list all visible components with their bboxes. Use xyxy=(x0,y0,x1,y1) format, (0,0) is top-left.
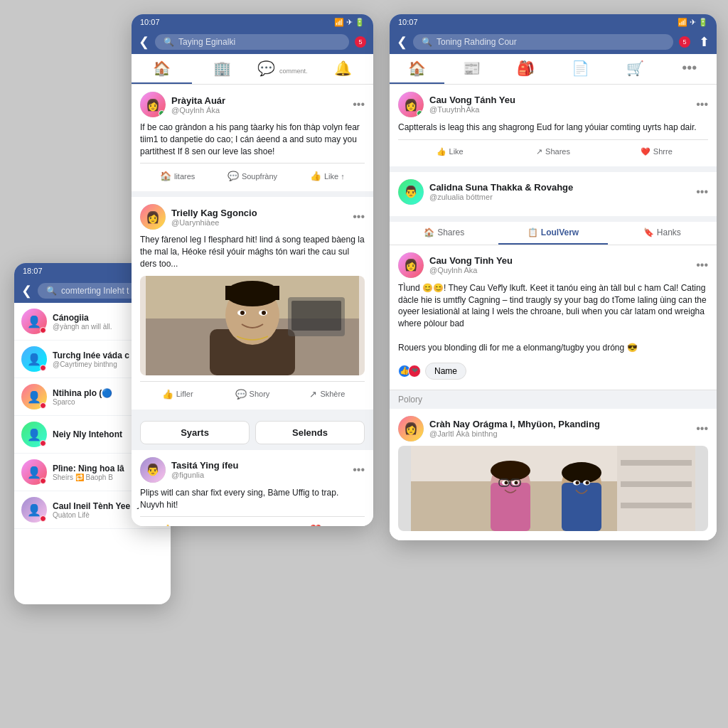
post-1-handle: @Quylnh Áka xyxy=(171,106,347,114)
tab-doc-2[interactable]: 📄 xyxy=(553,54,608,84)
phone2-scroll: 👩 Cau Vong Tánh Yeu @Tuuytnh̀Aka ••• Cap… xyxy=(390,85,717,540)
litares-icon: 🏠 xyxy=(160,171,171,181)
svg-rect-6 xyxy=(225,286,279,300)
tab-more-2[interactable]: ••• xyxy=(662,54,717,84)
list-item-avatar-2: 👤 xyxy=(21,384,47,410)
post-2-action-shory[interactable]: 💬 Shory xyxy=(215,386,289,402)
post-tasita-name: Tasitá Ying ífeu xyxy=(171,460,347,471)
like-icon-1: 👍 xyxy=(310,171,321,181)
tab-bag-2[interactable]: 🎒 xyxy=(498,54,553,84)
post-2-more[interactable]: ••• xyxy=(353,210,365,223)
phone2-p4-handle: @Jarltl Àkà binthng xyxy=(429,429,690,438)
phone2-header: ❮ 🔍 5 ⬆ xyxy=(390,30,717,54)
skhare-icon: ↗ xyxy=(309,389,317,400)
phone2-p3-more[interactable]: ••• xyxy=(696,259,708,272)
post-2-action-skhare[interactable]: ↗ Skhère xyxy=(290,386,365,402)
tab-shares-2[interactable]: 🏠 Shares xyxy=(390,222,498,245)
post-2-actions: 👍 Lifler 💬 Shory ↗ Skhère xyxy=(140,381,365,402)
list-item-badge-4 xyxy=(40,478,46,484)
upload-icon-2[interactable]: ⬆ xyxy=(699,34,710,50)
phone2-post-1-avatar: 👩 xyxy=(398,92,424,117)
post-1-action-like[interactable]: 👍 Like ↑ xyxy=(290,168,365,184)
phone2-p2-more[interactable]: ••• xyxy=(696,186,708,198)
phone2-p4-more[interactable]: ••• xyxy=(696,422,708,435)
post-1-user-info: Pràyita Auár @Quylnh Áka xyxy=(171,95,347,114)
likes-icon-t: 👍 xyxy=(161,524,173,526)
post-1-action-litares[interactable]: 🏠 litares xyxy=(140,168,215,184)
post-tasita-action-phore[interactable]: ❤️ Phore xyxy=(290,521,365,526)
tab-shop-2[interactable]: 🛒 xyxy=(608,54,663,84)
post-1-avatar: 👩 xyxy=(140,92,166,117)
phone2-p1-like[interactable]: 👍 Like xyxy=(398,144,501,159)
search-bar-2[interactable]: 🔍 xyxy=(413,34,673,50)
post-tasita-header: 👨 Tasitá Ying ífeu @figunlia ••• xyxy=(140,457,365,483)
search-input-2[interactable] xyxy=(437,37,665,47)
post-1: 👩 Pràyita Auár @Quylnh Áka ••• If be cao… xyxy=(132,85,373,197)
loulverw-tab-icon: 📋 xyxy=(528,228,538,237)
phone2-post-4-avatar: 👩 xyxy=(398,416,424,441)
post-tasita-img: 👨 xyxy=(140,457,166,483)
list-item-badge-2 xyxy=(40,402,46,409)
big-action-buttons: Syarts Selends xyxy=(132,415,373,450)
status-icons-2: 📶 ✈ 🔋 xyxy=(678,18,708,27)
reaction-icons-p3: 👍 ❤ xyxy=(398,365,421,378)
post-1-actions: 🏠 litares 💬 Soupfràny 👍 Like ↑ xyxy=(140,163,365,184)
post-2-action-lifler[interactable]: 👍 Lifler xyxy=(140,386,215,402)
syarts-button[interactable]: Syarts xyxy=(140,421,250,444)
tab-loulverw-2[interactable]: 📋 LoulVerw xyxy=(498,222,607,245)
phone2-post-1-header: 👩 Cau Vong Tánh Yeu @Tuuytnh̀Aka ••• xyxy=(398,92,708,117)
post-1-header: 👩 Pràyita Auár @Quylnh Áka ••• xyxy=(140,92,365,117)
name-button-p3[interactable]: Name xyxy=(425,363,466,380)
tab-news-1[interactable]: 🏢 xyxy=(192,54,252,84)
svg-rect-12 xyxy=(291,301,341,331)
phone2-p1-more[interactable]: ••• xyxy=(696,98,708,111)
back-button-3[interactable]: ❮ xyxy=(21,283,32,299)
time-2: 10:07 xyxy=(398,18,418,26)
search-icon-2: 🔍 xyxy=(422,37,432,47)
list-item-avatar-4: 👤 xyxy=(21,459,47,485)
polory-label: Polory xyxy=(390,390,717,409)
notification-badge-2: 5 xyxy=(679,36,690,48)
search-input-1[interactable] xyxy=(178,37,341,47)
list-item-badge-3 xyxy=(40,440,46,446)
post-tasita: 👨 Tasitá Ying ífeu @figunlia ••• Plips w… xyxy=(132,450,373,526)
svg-rect-33 xyxy=(621,460,692,466)
shares-tab-icon: 🏠 xyxy=(424,228,434,237)
phone-1: 10:07 📶 ✈ 🔋 ❮ 🔍 5 🏠 🏢 💬 comment. 🔔 xyxy=(132,14,373,526)
post-tasita-more[interactable]: ••• xyxy=(353,464,365,476)
tab-comment-1[interactable]: 💬 comment. xyxy=(252,54,313,84)
phone2-post-4-header: 👩 Cràh Nay Orágma I, Mhyüon, Pkanding @J… xyxy=(398,416,708,441)
tab-hanks-2[interactable]: 🔖 Hanks xyxy=(608,222,717,245)
time-1: 10:07 xyxy=(140,18,160,26)
post-tasita-info: Tasitá Ying ífeu @figunlia xyxy=(171,460,347,479)
tab-home-1[interactable]: 🏠 xyxy=(132,54,192,84)
back-button-1[interactable]: ❮ xyxy=(139,34,149,50)
phone2-p3-handle: @Quylnh Aka xyxy=(429,266,690,274)
svg-point-16 xyxy=(491,461,530,481)
p4-svg xyxy=(398,446,708,531)
list-item-avatar-1: 👤 xyxy=(21,346,47,372)
search-bar-1[interactable]: 🔍 xyxy=(155,34,349,50)
shrre-icon-p1: ❤️ xyxy=(641,147,651,156)
phone2-post-2: 👨 Calidna Suna Thakka & Rovahge @zuluali… xyxy=(390,172,717,222)
phore-icon-t: ❤️ xyxy=(310,524,321,526)
list-item-avatar-3: 👤 xyxy=(21,422,47,447)
back-button-2[interactable]: ❮ xyxy=(397,34,407,50)
phone2-p1-text: Captterals is leag this ang shagrong Eud… xyxy=(398,122,708,134)
post-tasita-action-likes[interactable]: 👍 Likes xyxy=(140,521,215,526)
tab-notif-1[interactable]: 🔔 xyxy=(313,54,373,84)
post-tasita-action-shares[interactable]: ↗ Shares xyxy=(215,521,289,526)
post-tasita-actions: 👍 Likes ↗ Shares ❤️ Phore xyxy=(140,516,365,526)
tab-home-2[interactable]: 🏠 xyxy=(390,54,444,84)
post-2-image xyxy=(140,276,365,375)
post-1-more[interactable]: ••• xyxy=(353,98,365,111)
post-2-avatar: 👩 xyxy=(140,204,166,230)
tab-feed-2[interactable]: 📰 xyxy=(444,54,499,84)
post-1-action-soupfrany[interactable]: 💬 Soupfràny xyxy=(215,168,289,184)
status-bar-1: 10:07 📶 ✈ 🔋 xyxy=(132,14,373,30)
phone2-p1-shares[interactable]: ↗ Shares xyxy=(501,144,604,159)
shory-icon: 💬 xyxy=(235,389,247,400)
phone2-p2-handle: @zulualia bóttmer xyxy=(429,193,690,201)
phone2-p1-shrre[interactable]: ❤️ Shrre xyxy=(605,144,708,159)
selends-button[interactable]: Selends xyxy=(255,421,365,444)
